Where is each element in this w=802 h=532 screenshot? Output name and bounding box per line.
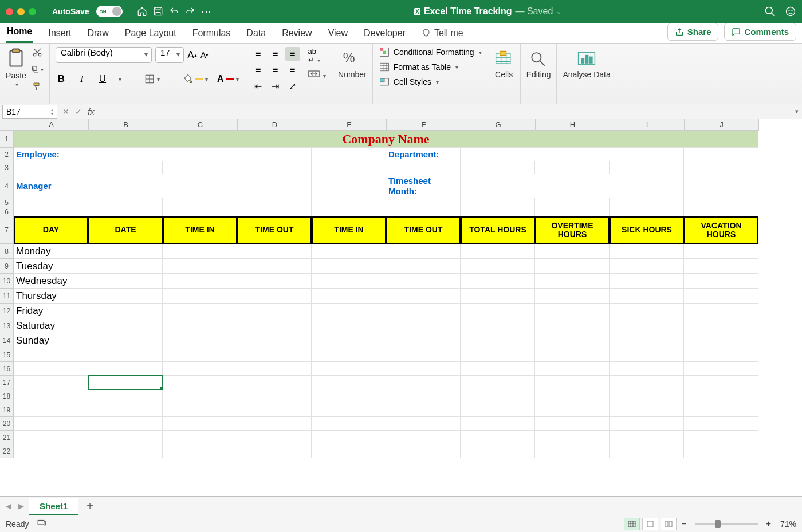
cell[interactable] <box>461 376 535 389</box>
cell[interactable]: Thursday <box>14 289 88 304</box>
cell[interactable] <box>535 417 610 431</box>
cell[interactable] <box>163 274 237 289</box>
cell[interactable] <box>535 333 610 348</box>
row-header[interactable]: 3 <box>0 161 14 174</box>
cell[interactable] <box>312 148 386 161</box>
col-header-A[interactable]: A <box>14 119 89 131</box>
cell[interactable] <box>14 403 88 417</box>
sheet-tab-1[interactable]: Sheet1 <box>29 498 78 515</box>
cell[interactable] <box>610 318 684 333</box>
cell[interactable] <box>163 318 237 333</box>
cell[interactable] <box>461 417 535 431</box>
row-header[interactable]: 9 <box>0 259 14 274</box>
enter-icon[interactable]: ✓ <box>72 107 85 116</box>
cell[interactable] <box>312 417 386 431</box>
timesheet-header[interactable]: DAY <box>14 216 88 244</box>
smiley-icon[interactable] <box>785 6 796 17</box>
cell[interactable] <box>684 198 758 207</box>
cell[interactable] <box>610 362 684 376</box>
cell[interactable]: Saturday <box>14 318 88 333</box>
row-header[interactable]: 14 <box>0 333 14 348</box>
cell[interactable] <box>461 389 535 403</box>
row-header[interactable]: 17 <box>0 376 14 389</box>
cell[interactable] <box>386 417 461 431</box>
name-box[interactable]: B17 ▴▾ <box>2 105 57 119</box>
cell[interactable] <box>14 376 88 389</box>
cell[interactable] <box>237 403 312 417</box>
cell[interactable] <box>312 403 386 417</box>
view-page-layout[interactable] <box>642 518 658 530</box>
wrap-text-button[interactable]: ab↵ ▾ <box>308 47 326 64</box>
bold-button[interactable]: B <box>56 73 67 85</box>
row-header[interactable]: 19 <box>0 403 14 417</box>
cell[interactable] <box>610 376 684 389</box>
cell[interactable] <box>312 174 386 198</box>
cell[interactable]: Monday <box>14 244 88 259</box>
comments-button[interactable]: Comments <box>724 23 796 41</box>
cell[interactable] <box>88 161 163 174</box>
cell[interactable] <box>610 403 684 417</box>
align-top-right[interactable]: ≡ <box>285 47 300 61</box>
cell[interactable] <box>312 289 386 304</box>
cell[interactable] <box>684 431 758 444</box>
timesheet-header[interactable]: TOTAL HOURS <box>461 216 535 244</box>
cell[interactable] <box>163 161 237 174</box>
sheet-nav-next[interactable]: ▶ <box>16 502 26 510</box>
cell[interactable] <box>535 274 610 289</box>
tab-developer[interactable]: Developer <box>363 25 407 43</box>
cell[interactable] <box>237 198 312 207</box>
font-color-button[interactable]: A▾ <box>217 74 239 84</box>
timesheet-header[interactable]: TIME IN <box>312 216 386 244</box>
cell[interactable] <box>237 244 312 259</box>
cell[interactable] <box>386 161 461 174</box>
cell[interactable] <box>684 174 758 198</box>
cell[interactable] <box>237 274 312 289</box>
fill-color-button[interactable]: ▾ <box>183 74 208 84</box>
border-button[interactable]: ▾ <box>144 74 160 84</box>
cell[interactable] <box>610 274 684 289</box>
cell[interactable] <box>684 274 758 289</box>
cell[interactable] <box>14 444 88 458</box>
cell[interactable] <box>237 304 312 318</box>
cell[interactable] <box>88 198 163 207</box>
cell[interactable] <box>237 431 312 444</box>
view-normal[interactable] <box>624 518 640 530</box>
cell[interactable] <box>461 198 535 207</box>
analyse-data-button[interactable]: Analyse Data <box>563 47 610 79</box>
cell[interactable] <box>535 431 610 444</box>
cell[interactable] <box>312 318 386 333</box>
cell[interactable] <box>237 333 312 348</box>
cell[interactable] <box>88 207 163 216</box>
col-header-E[interactable]: E <box>312 119 387 131</box>
cell[interactable] <box>386 444 461 458</box>
cell[interactable] <box>461 174 684 198</box>
cell[interactable] <box>386 362 461 376</box>
row-header[interactable]: 18 <box>0 389 14 403</box>
cell[interactable] <box>610 161 684 174</box>
merge-button[interactable]: ▾ <box>308 70 326 80</box>
cell[interactable] <box>461 148 684 161</box>
cell[interactable] <box>610 348 684 362</box>
row-header[interactable]: 5 <box>0 198 14 207</box>
tab-draw[interactable]: Draw <box>86 25 109 43</box>
cell[interactable] <box>163 389 237 403</box>
cell[interactable] <box>237 417 312 431</box>
fx-icon[interactable]: fx <box>85 107 97 116</box>
cell[interactable] <box>610 417 684 431</box>
cell[interactable] <box>88 444 163 458</box>
tell-me[interactable]: Tell me <box>420 25 465 43</box>
cell[interactable] <box>163 333 237 348</box>
cell[interactable] <box>312 304 386 318</box>
cell[interactable] <box>88 403 163 417</box>
cell[interactable] <box>312 244 386 259</box>
timesheet-header[interactable]: VACATION HOURS <box>684 216 758 244</box>
row-header[interactable]: 22 <box>0 444 14 458</box>
cell[interactable] <box>14 198 88 207</box>
cell[interactable] <box>312 274 386 289</box>
cell[interactable] <box>88 362 163 376</box>
cell[interactable] <box>461 444 535 458</box>
search-icon[interactable] <box>764 6 776 17</box>
tab-view[interactable]: View <box>327 25 349 43</box>
cell[interactable] <box>312 259 386 274</box>
align-mid-right[interactable]: ≡ <box>285 63 300 77</box>
